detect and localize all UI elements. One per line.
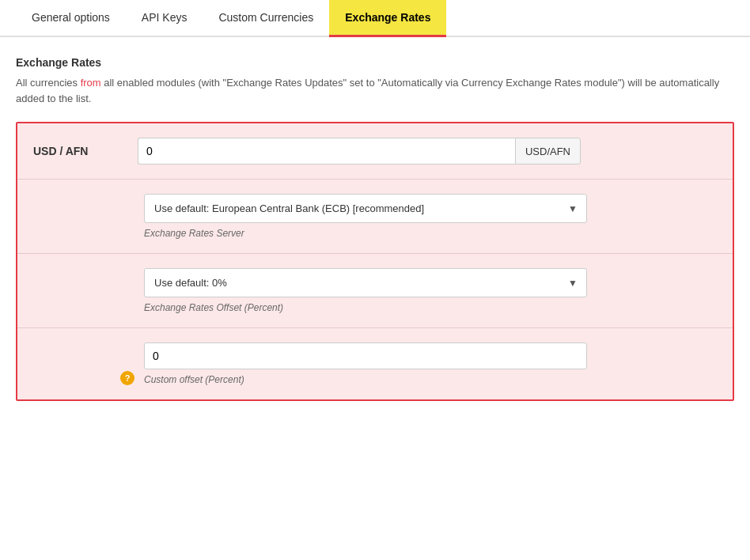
content-area: Exchange Rates All currencies from all e…	[0, 37, 750, 417]
section-description: All currencies from all enabled modules …	[16, 75, 734, 106]
page-wrapper: General options API Keys Custom Currenci…	[0, 0, 750, 560]
currency-pair-label: USD / AFN	[33, 145, 128, 157]
offset-dropdown-wrapper: Use default: 0% 0% 1% 2% 5% ▼	[144, 268, 587, 297]
tab-exchange-rates[interactable]: Exchange Rates	[329, 0, 446, 37]
exchange-panel: USD / AFN USD/AFN Use default: European …	[16, 122, 734, 401]
desc-after: all enabled modules (with "Exchange Rate…	[16, 77, 719, 104]
server-dropdown-wrapper: Use default: European Central Bank (ECB)…	[144, 194, 587, 223]
tab-custom-currencies[interactable]: Custom Currencies	[203, 0, 329, 37]
desc-link: from	[81, 77, 101, 89]
currency-value-input[interactable]	[138, 138, 515, 165]
currency-pair-row: USD / AFN USD/AFN	[17, 123, 733, 180]
offset-dropdown[interactable]: Use default: 0% 0% 1% 2% 5%	[144, 268, 587, 297]
server-dropdown-row: Use default: European Central Bank (ECB)…	[17, 180, 733, 254]
tabs-bar: General options API Keys Custom Currenci…	[0, 0, 750, 37]
section-title: Exchange Rates	[16, 56, 734, 69]
currency-badge: USD/AFN	[515, 138, 581, 165]
currency-input-group: USD/AFN	[138, 138, 581, 165]
help-icon[interactable]: ?	[120, 371, 134, 385]
offset-field-label: Exchange Rates Offset (Percent)	[144, 302, 717, 313]
custom-offset-row: ? Custom offset (Percent)	[17, 328, 733, 399]
server-field-label: Exchange Rates Server	[144, 228, 717, 239]
custom-offset-input[interactable]	[144, 342, 587, 369]
server-dropdown[interactable]: Use default: European Central Bank (ECB)…	[144, 194, 587, 223]
tab-api-keys[interactable]: API Keys	[126, 0, 203, 37]
custom-offset-field-label: Custom offset (Percent)	[144, 374, 717, 385]
desc-before: All currencies	[16, 77, 81, 89]
tab-general[interactable]: General options	[16, 0, 126, 37]
offset-dropdown-row: Use default: 0% 0% 1% 2% 5% ▼ Exchange R…	[17, 254, 733, 328]
